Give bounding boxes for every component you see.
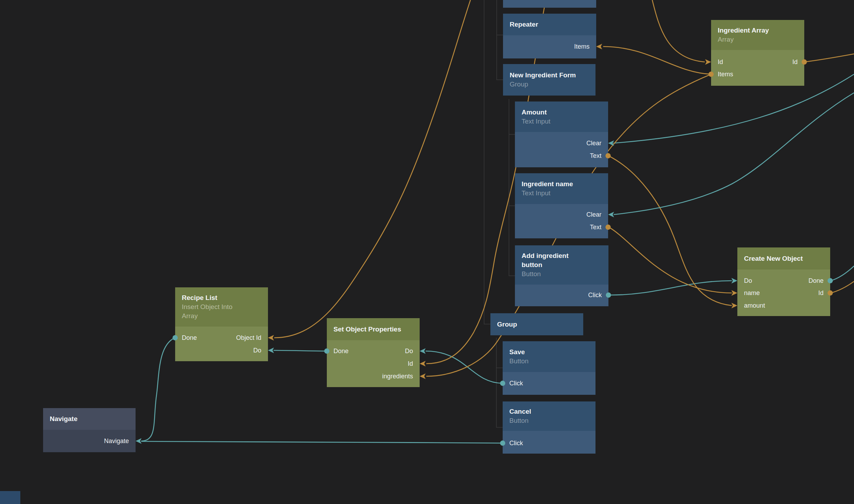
node-ingredient-array-port-id[interactable]: Id [718,57,723,66]
node-ingredient-array-subtitle: Array [718,35,799,44]
node-save-subtitle: Button [509,357,591,366]
offscreen-node-fragment-bottom-left[interactable] [0,491,20,504]
node-group-title: Group [497,320,578,329]
node-repeater-header: Repeater [503,14,596,35]
node-ingredient-name-subtitle: Text Input [522,189,603,198]
node-ingredient-array-header: Ingredient ArrayArray [711,20,804,50]
node-create-new-object-title: Create New Object [744,254,825,263]
node-create-new-object-port-done[interactable]: Done [808,276,824,285]
node-recipe-list-subtitle: Insert Object Into Array [182,302,248,321]
node-recipe-list-title: Recipe List [182,293,263,302]
node-cancel-title: Cancel [509,407,591,416]
node-recipe-list-port-do[interactable]: Do [253,346,261,355]
node-cancel-port-click[interactable]: Click [509,439,523,448]
node-new-ingredient-form-header: New Ingredient FormGroup [503,64,595,96]
node-ingredient-array-title: Ingredient Array [718,26,799,35]
node-recipe-list-port-object-id[interactable]: Object Id [236,333,261,342]
node-ingredient-name-title: Ingredient name [522,180,603,189]
node-set-object-properties-port-done[interactable]: Done [333,346,349,356]
node-create-new-object-port-do[interactable]: Do [744,276,752,285]
node-create-new-object-header: Create New Object [737,247,830,270]
node-add-ingredient-button[interactable]: Add ingredient buttonButtonClick [515,245,608,306]
node-set-object-properties-port-id[interactable]: Id [408,359,413,368]
node-repeater[interactable]: RepeaterItems [503,14,596,58]
node-ingredient-array-port-id[interactable]: Id [792,57,798,66]
offscreen-node-fragment-top[interactable] [503,0,596,8]
node-set-object-properties-port-ingredients[interactable]: ingredients [382,372,413,381]
node-ingredient-array-port-items[interactable]: Items [718,70,733,79]
node-set-object-properties-title: Set Object Properties [333,325,415,334]
node-set-object-properties-port-do[interactable]: Do [405,346,413,356]
node-repeater-port-items[interactable]: Items [574,42,590,51]
node-ingredient-name-port-text[interactable]: Text [590,223,601,232]
node-new-ingredient-form-subtitle: Group [510,80,591,89]
node-amount-title: Amount [522,108,603,117]
node-ingredient-name-header: Ingredient nameText Input [515,173,608,204]
node-add-ingredient-button-port-click[interactable]: Click [588,290,602,300]
node-amount-subtitle: Text Input [522,117,603,126]
node-new-ingredient-form-title: New Ingredient Form [510,71,591,80]
node-navigate-title: Navigate [50,414,131,424]
node-navigate-port-navigate[interactable]: Navigate [104,436,129,446]
node-add-ingredient-button-title: Add ingredient button [522,251,578,270]
node-recipe-list[interactable]: Recipe ListInsert Object Into ArrayDoneO… [175,287,268,361]
node-save[interactable]: SaveButtonClick [503,341,595,395]
node-create-new-object-port-name[interactable]: name [744,288,760,298]
node-recipe-list-header: Recipe ListInsert Object Into Array [175,287,268,327]
node-set-object-properties-header: Set Object Properties [327,318,420,340]
node-save-title: Save [509,348,591,357]
node-group-header: Group [490,313,583,335]
node-cancel[interactable]: CancelButtonClick [503,401,595,454]
node-navigate[interactable]: NavigateNavigate [43,408,136,452]
node-layer: RepeaterItemsNew Ingredient FormGroupAmo… [0,0,854,504]
node-group[interactable]: Group [490,313,583,335]
node-save-header: SaveButton [503,341,595,372]
node-amount-port-clear[interactable]: Clear [586,139,601,148]
node-cancel-subtitle: Button [509,416,591,425]
node-create-new-object-port-id[interactable]: Id [818,288,824,298]
node-amount[interactable]: AmountText InputClearText [515,102,608,167]
node-graph-canvas[interactable]: RepeaterItemsNew Ingredient FormGroupAmo… [0,0,854,504]
node-set-object-properties[interactable]: Set Object PropertiesDoneDoIdingredients [327,318,420,387]
node-add-ingredient-button-header: Add ingredient buttonButton [515,245,608,285]
node-add-ingredient-button-subtitle: Button [522,270,604,279]
node-amount-header: AmountText Input [515,102,608,132]
node-new-ingredient-form[interactable]: New Ingredient FormGroup [503,64,595,96]
node-ingredient-name[interactable]: Ingredient nameText InputClearText [515,173,608,238]
node-ingredient-array[interactable]: Ingredient ArrayArrayIdIdItems [711,20,804,86]
node-amount-port-text[interactable]: Text [590,151,601,160]
node-repeater-title: Repeater [510,20,591,29]
node-save-port-click[interactable]: Click [509,379,523,388]
node-cancel-header: CancelButton [503,401,595,431]
node-create-new-object[interactable]: Create New ObjectDoDonenameIdamount [737,247,830,316]
node-navigate-header: Navigate [43,408,136,430]
node-recipe-list-port-done[interactable]: Done [182,333,197,342]
node-create-new-object-port-amount[interactable]: amount [744,301,765,310]
node-ingredient-name-port-clear[interactable]: Clear [586,210,601,219]
